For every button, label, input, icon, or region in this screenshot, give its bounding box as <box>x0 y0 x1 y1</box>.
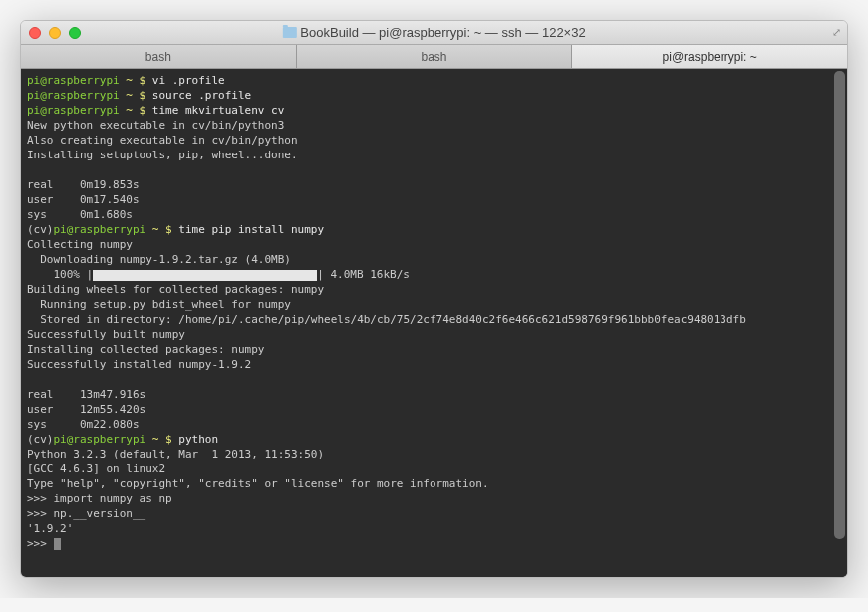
output-line: Stored in directory: /home/pi/.cache/pip… <box>27 312 841 327</box>
time-sys: sys 0m1.680s <box>27 207 841 222</box>
tab-bash-1[interactable]: bash <box>21 45 297 68</box>
prompt-user: pi@raspberrypi <box>27 74 120 87</box>
prompt-user: pi@raspberrypi <box>27 104 120 117</box>
output-line: New python executable in cv/bin/python3 <box>27 118 841 133</box>
minimize-icon[interactable] <box>49 27 61 39</box>
terminal-content[interactable]: pi@raspberrypi ~ $ vi .profile pi@raspbe… <box>21 69 847 577</box>
prompt-path: ~ $ <box>145 433 178 446</box>
cmd-python: python <box>178 433 218 446</box>
progress-stats: | 4.0MB 16kB/s <box>317 268 410 281</box>
scrollbar[interactable] <box>832 69 847 577</box>
tab-bash-2[interactable]: bash <box>297 45 573 68</box>
expand-icon[interactable]: ⤢ <box>832 26 841 39</box>
time-real: real 13m47.916s <box>27 387 841 402</box>
time-user: user 0m17.540s <box>27 192 841 207</box>
tab-bar: bash bash pi@raspberrypi: ~ <box>21 45 847 69</box>
python-banner: [GCC 4.6.3] on linux2 <box>27 461 841 476</box>
python-banner: Type "help", "copyright", "credits" or "… <box>27 476 841 491</box>
output-line: Running setup.py bdist_wheel for numpy <box>27 297 841 312</box>
tab-label: bash <box>145 50 171 64</box>
python-output: '1.9.2' <box>27 521 841 536</box>
progress-pct: 100% | <box>27 268 93 281</box>
cmd-vi: vi .profile <box>152 74 225 87</box>
window-title: BookBuild — pi@raspberrypi: ~ — ssh — 12… <box>282 25 585 40</box>
python-input: >>> np.__version__ <box>27 506 841 521</box>
prompt-user: pi@raspberrypi <box>54 223 146 236</box>
prompt-user: pi@raspberrypi <box>27 89 120 102</box>
python-banner: Python 3.2.3 (default, Mar 1 2013, 11:53… <box>27 447 841 461</box>
prompt-path: ~ $ <box>120 104 152 117</box>
output-line: Installing setuptools, pip, wheel...done… <box>27 148 841 162</box>
time-user: user 12m55.420s <box>27 402 841 417</box>
close-icon[interactable] <box>29 27 41 39</box>
prompt-path: ~ $ <box>145 223 178 236</box>
cursor-icon <box>54 538 61 550</box>
cmd-mkvirtualenv: time mkvirtualenv cv <box>152 104 284 117</box>
scrollbar-thumb[interactable] <box>834 71 845 539</box>
folder-icon <box>282 27 296 38</box>
traffic-lights <box>29 27 81 39</box>
venv-prefix: (cv) <box>27 433 54 446</box>
time-sys: sys 0m22.080s <box>27 417 841 432</box>
title-text: BookBuild — pi@raspberrypi: ~ — ssh — 12… <box>300 25 585 40</box>
output-line: Downloading numpy-1.9.2.tar.gz (4.0MB) <box>27 252 841 267</box>
venv-prefix: (cv) <box>27 223 54 236</box>
output-line: Successfully installed numpy-1.9.2 <box>27 357 841 372</box>
output-line: Installing collected packages: numpy <box>27 342 841 357</box>
tab-label: bash <box>421 50 446 64</box>
tab-label: pi@raspberrypi: ~ <box>663 50 757 64</box>
time-real: real 0m19.853s <box>27 177 841 192</box>
output-line: Collecting numpy <box>27 237 841 252</box>
output-line: Also creating executable in cv/bin/pytho… <box>27 133 841 148</box>
python-prompt: >>> <box>27 537 54 550</box>
tab-pi-raspberry[interactable]: pi@raspberrypi: ~ <box>572 45 847 68</box>
output-line: Building wheels for collected packages: … <box>27 282 841 297</box>
prompt-path: ~ $ <box>120 74 152 87</box>
cmd-pip-install: time pip install numpy <box>178 223 324 236</box>
zoom-icon[interactable] <box>69 27 81 39</box>
python-input: >>> import numpy as np <box>27 491 841 506</box>
terminal-window: BookBuild — pi@raspberrypi: ~ — ssh — 12… <box>20 20 848 578</box>
prompt-user: pi@raspberrypi <box>54 433 146 446</box>
output-line: Successfully built numpy <box>27 327 841 342</box>
titlebar[interactable]: BookBuild — pi@raspberrypi: ~ — ssh — 12… <box>21 21 847 45</box>
prompt-path: ~ $ <box>120 89 152 102</box>
cmd-source: source .profile <box>152 89 251 102</box>
progress-bar-icon <box>93 270 317 281</box>
